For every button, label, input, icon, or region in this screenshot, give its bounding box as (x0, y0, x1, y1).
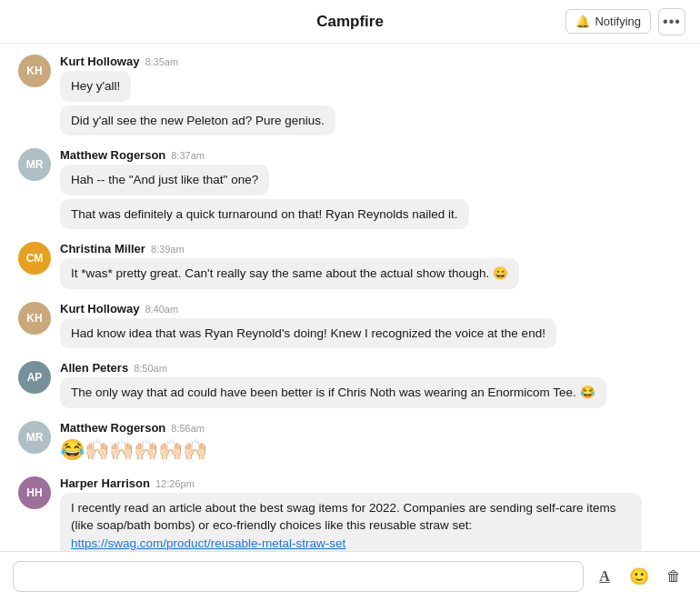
message-header: Matthew Rogerson8:56am (60, 421, 682, 435)
avatar: MR (18, 148, 51, 181)
message-content: Matthew Rogerson8:56am😂🙌🏻🙌🏻🙌🏻🙌🏻🙌🏻 (60, 421, 682, 464)
sender-name: Matthew Rogerson (60, 148, 165, 162)
text-format-button[interactable]: A (591, 563, 618, 590)
compose-input[interactable] (13, 561, 584, 592)
attachment-icon: 🗑 (666, 568, 681, 585)
sender-name: Harper Harrison (60, 476, 150, 490)
more-icon: ••• (663, 14, 681, 30)
message-group: APAllen Peters8:50amThe only way that ad… (18, 361, 682, 408)
message-group: HHHarper Harrison12:26pmI recently read … (18, 476, 682, 551)
message-bubble-row: I recently read an article about the bes… (60, 493, 682, 551)
message-bubble: Hey y'all! (60, 71, 131, 102)
message-header: Matthew Rogerson8:37am (60, 148, 682, 162)
message-bubble: Had know idea that was Ryan Reynold's do… (60, 318, 556, 349)
message-content: Kurt Holloway8:35amHey y'all!Did y'all s… (60, 55, 682, 135)
message-bubble-row: It *was* pretty great. Can't really say … (60, 258, 682, 289)
avatar: HH (18, 476, 51, 509)
message-bubble-row: Hah -- the "And just like that" one? (60, 165, 682, 195)
message-group: KHKurt Holloway8:35amHey y'all!Did y'all… (18, 55, 682, 135)
message-header: Christina Miller8:39am (60, 242, 682, 255)
message-group: MRMatthew Rogerson8:56am😂🙌🏻🙌🏻🙌🏻🙌🏻🙌🏻 (18, 421, 682, 464)
message-timestamp: 8:39am (151, 244, 185, 255)
sender-name: Matthew Rogerson (60, 421, 165, 435)
message-group: CMChristina Miller8:39amIt *was* pretty … (18, 242, 682, 289)
message-bubble-row: Hey y'all! (60, 71, 682, 102)
message-bubble-row: The only way that ad could have been bet… (60, 377, 682, 408)
app-header: Campfire 🔔 Notifying ••• (0, 0, 700, 44)
message-bubble-row: 😂🙌🏻🙌🏻🙌🏻🙌🏻🙌🏻 (60, 437, 682, 464)
compose-toolbar: A 🙂 🗑 (591, 563, 687, 590)
header-actions: 🔔 Notifying ••• (565, 8, 685, 35)
bell-icon: 🔔 (575, 15, 590, 28)
avatar: AP (18, 361, 51, 394)
text-format-icon: A (599, 568, 610, 585)
emoji-icon: 🙂 (629, 566, 649, 586)
avatar: CM (18, 242, 51, 275)
message-group: KHKurt Holloway8:40amHad know idea that … (18, 302, 682, 349)
sender-name: Kurt Holloway (60, 55, 139, 68)
message-group: MRMatthew Rogerson8:37amHah -- the "And … (18, 148, 682, 229)
message-bubble: That was definitely a quick turnaround o… (60, 199, 469, 230)
page-title: Campfire (316, 13, 384, 31)
more-options-button[interactable]: ••• (658, 8, 685, 35)
message-bubble: Did y'all see the new Peleton ad? Pure g… (60, 105, 335, 136)
avatar: MR (18, 421, 51, 454)
message-content: Christina Miller8:39amIt *was* pretty gr… (60, 242, 682, 289)
message-bubble-row: That was definitely a quick turnaround o… (60, 199, 682, 230)
notify-button[interactable]: 🔔 Notifying (565, 9, 651, 34)
attachment-button[interactable]: 🗑 (660, 563, 687, 590)
message-content: Matthew Rogerson8:37amHah -- the "And ju… (60, 148, 682, 229)
compose-area: A 🙂 🗑 (0, 551, 700, 601)
message-bubble-row: Did y'all see the new Peleton ad? Pure g… (60, 105, 682, 136)
message-content: Allen Peters8:50amThe only way that ad c… (60, 361, 682, 408)
message-bubble: 😂🙌🏻🙌🏻🙌🏻🙌🏻🙌🏻 (60, 437, 207, 464)
message-bubble: Hah -- the "And just like that" one? (60, 165, 269, 195)
message-link[interactable]: https://swag.com/product/reusable-metal-… (71, 536, 345, 550)
message-timestamp: 8:35am (145, 56, 178, 67)
message-timestamp: 8:37am (171, 150, 205, 161)
message-bubble: The only way that ad could have been bet… (60, 377, 606, 408)
notify-label: Notifying (595, 15, 641, 28)
sender-name: Allen Peters (60, 361, 128, 375)
sender-name: Christina Miller (60, 242, 145, 255)
message-timestamp: 12:26pm (155, 478, 195, 489)
emoji-button[interactable]: 🙂 (625, 563, 653, 590)
message-bubble: I recently read an article about the bes… (60, 493, 642, 551)
messages-area: KHKurt Holloway8:35amHey y'all!Did y'all… (0, 44, 700, 551)
sender-name: Kurt Holloway (60, 302, 139, 316)
avatar: KH (18, 302, 51, 335)
message-header: Kurt Holloway8:35am (60, 55, 682, 68)
message-timestamp: 8:50am (134, 363, 167, 374)
message-header: Kurt Holloway8:40am (60, 302, 682, 316)
message-bubble: It *was* pretty great. Can't really say … (60, 258, 519, 289)
message-timestamp: 8:40am (145, 304, 178, 315)
avatar: KH (18, 55, 51, 87)
message-header: Harper Harrison12:26pm (60, 476, 682, 490)
message-content: Kurt Holloway8:40amHad know idea that wa… (60, 302, 682, 349)
message-bubble-row: Had know idea that was Ryan Reynold's do… (60, 318, 682, 349)
message-content: Harper Harrison12:26pmI recently read an… (60, 476, 682, 551)
message-timestamp: 8:56am (171, 423, 205, 434)
message-header: Allen Peters8:50am (60, 361, 682, 375)
